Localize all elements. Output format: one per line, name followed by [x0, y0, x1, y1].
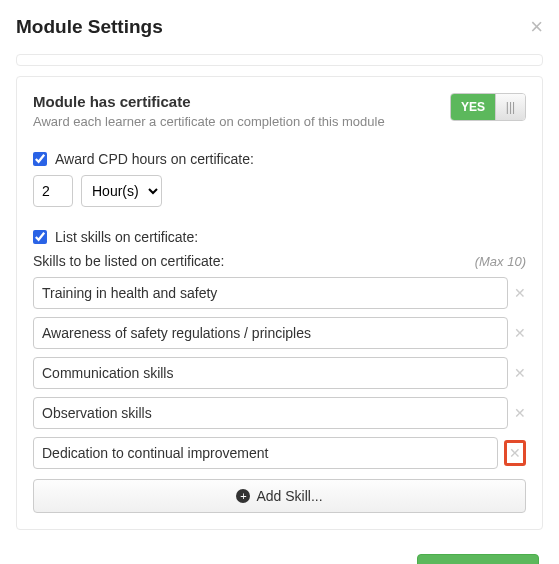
certificate-toggle[interactable]: YES ||| — [450, 93, 526, 121]
remove-skill-icon[interactable]: ✕ — [509, 445, 521, 461]
cpd-unit-select[interactable]: Hour(s) — [81, 175, 162, 207]
list-skills-label: List skills on certificate: — [55, 229, 198, 245]
save-changes-button[interactable]: Save Changes — [417, 554, 539, 564]
certificate-subtext: Award each learner a certificate on comp… — [33, 114, 385, 129]
skill-input[interactable] — [33, 437, 498, 469]
add-skill-label: Add Skill... — [256, 488, 322, 504]
skill-input[interactable] — [33, 397, 508, 429]
skill-input[interactable] — [33, 317, 508, 349]
add-skill-button[interactable]: + Add Skill... — [33, 479, 526, 513]
skill-input[interactable] — [33, 277, 508, 309]
remove-skill-icon[interactable]: ✕ — [514, 365, 526, 381]
remove-skill-icon[interactable]: ✕ — [514, 285, 526, 301]
skill-row: ✕ — [33, 397, 526, 429]
list-skills-checkbox[interactable] — [33, 230, 47, 244]
skill-row: ✕ — [33, 277, 526, 309]
certificate-panel: Module has certificate Award each learne… — [16, 76, 543, 530]
skill-input[interactable] — [33, 357, 508, 389]
award-cpd-checkbox[interactable] — [33, 152, 47, 166]
skills-max-note: (Max 10) — [475, 254, 526, 269]
certificate-heading: Module has certificate — [33, 93, 385, 110]
skill-row: ✕ — [33, 317, 526, 349]
modal-title: Module Settings — [16, 16, 163, 38]
toggle-knob-icon: ||| — [495, 94, 525, 120]
remove-skill-icon[interactable]: ✕ — [514, 325, 526, 341]
skill-row: ✕ — [33, 437, 526, 469]
skills-list-label: Skills to be listed on certificate: — [33, 253, 224, 269]
award-cpd-label: Award CPD hours on certificate: — [55, 151, 254, 167]
skill-row: ✕ — [33, 357, 526, 389]
remove-skill-icon[interactable]: ✕ — [514, 405, 526, 421]
panel-placeholder — [16, 54, 543, 66]
close-icon[interactable]: × — [530, 16, 543, 38]
plus-icon: + — [236, 489, 250, 503]
cpd-hours-input[interactable] — [33, 175, 73, 207]
toggle-on-label: YES — [451, 94, 495, 120]
